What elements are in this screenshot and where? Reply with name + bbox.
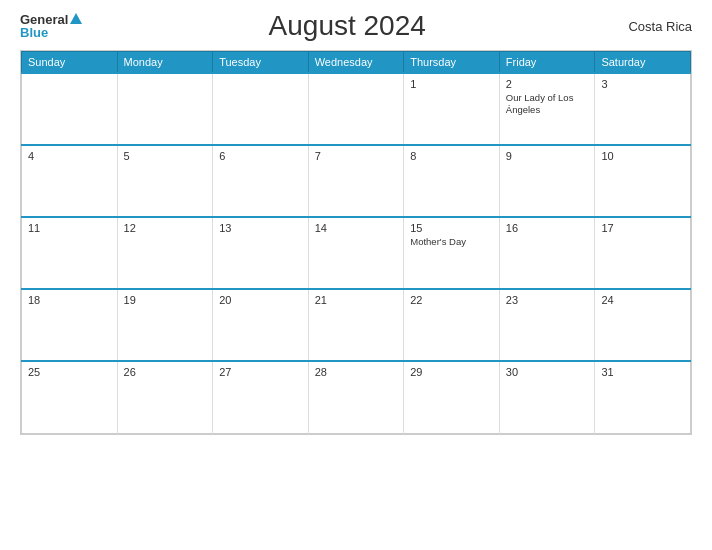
- day-number: 14: [315, 222, 398, 234]
- calendar-cell: 12: [117, 217, 213, 289]
- header: General Blue August 2024 Costa Rica: [20, 10, 692, 42]
- day-number: 23: [506, 294, 589, 306]
- calendar-cell: 17: [595, 217, 691, 289]
- day-number: 4: [28, 150, 111, 162]
- week-row-5: 25262728293031: [22, 361, 691, 433]
- calendar-cell: 28: [308, 361, 404, 433]
- day-number: 2: [506, 78, 589, 90]
- country-label: Costa Rica: [612, 19, 692, 34]
- calendar-cell: 20: [213, 289, 309, 361]
- calendar-cell: 19: [117, 289, 213, 361]
- day-number: 12: [124, 222, 207, 234]
- day-number: 17: [601, 222, 684, 234]
- day-number: 31: [601, 366, 684, 378]
- calendar-cell: 29: [404, 361, 500, 433]
- calendar-cell: [117, 73, 213, 145]
- week-row-4: 18192021222324: [22, 289, 691, 361]
- calendar-cell: 8: [404, 145, 500, 217]
- calendar-wrapper: Sunday Monday Tuesday Wednesday Thursday…: [20, 50, 692, 435]
- day-number: 8: [410, 150, 493, 162]
- calendar-cell: 1: [404, 73, 500, 145]
- calendar-cell: 14: [308, 217, 404, 289]
- col-friday: Friday: [499, 52, 595, 74]
- calendar-cell: 6: [213, 145, 309, 217]
- col-thursday: Thursday: [404, 52, 500, 74]
- col-monday: Monday: [117, 52, 213, 74]
- day-number: 1: [410, 78, 493, 90]
- calendar-cell: 2Our Lady of Los Ángeles: [499, 73, 595, 145]
- calendar-cell: 4: [22, 145, 118, 217]
- day-number: 29: [410, 366, 493, 378]
- calendar-cell: 26: [117, 361, 213, 433]
- logo-triangle-icon: [70, 13, 82, 24]
- day-number: 6: [219, 150, 302, 162]
- calendar-body: 12Our Lady of Los Ángeles345678910111213…: [22, 73, 691, 433]
- calendar-cell: 9: [499, 145, 595, 217]
- day-number: 26: [124, 366, 207, 378]
- calendar-cell: 16: [499, 217, 595, 289]
- day-number: 27: [219, 366, 302, 378]
- day-number: 28: [315, 366, 398, 378]
- event-label: Mother's Day: [410, 236, 493, 248]
- day-number: 30: [506, 366, 589, 378]
- day-number: 3: [601, 78, 684, 90]
- day-number: 16: [506, 222, 589, 234]
- day-number: 11: [28, 222, 111, 234]
- day-number: 24: [601, 294, 684, 306]
- calendar-cell: [308, 73, 404, 145]
- page: General Blue August 2024 Costa Rica Sund…: [0, 0, 712, 550]
- calendar-cell: 21: [308, 289, 404, 361]
- day-number: 18: [28, 294, 111, 306]
- day-number: 25: [28, 366, 111, 378]
- day-number: 22: [410, 294, 493, 306]
- day-number: 13: [219, 222, 302, 234]
- calendar-cell: 25: [22, 361, 118, 433]
- day-number: 9: [506, 150, 589, 162]
- calendar-cell: 18: [22, 289, 118, 361]
- calendar-cell: 7: [308, 145, 404, 217]
- calendar-cell: 10: [595, 145, 691, 217]
- calendar-cell: 5: [117, 145, 213, 217]
- calendar-cell: 13: [213, 217, 309, 289]
- week-row-2: 45678910: [22, 145, 691, 217]
- calendar-cell: [22, 73, 118, 145]
- calendar-cell: 24: [595, 289, 691, 361]
- week-row-1: 12Our Lady of Los Ángeles3: [22, 73, 691, 145]
- calendar-cell: 23: [499, 289, 595, 361]
- calendar-cell: [213, 73, 309, 145]
- day-number: 19: [124, 294, 207, 306]
- day-number: 15: [410, 222, 493, 234]
- calendar-cell: 15Mother's Day: [404, 217, 500, 289]
- logo: General Blue: [20, 13, 82, 39]
- day-number: 20: [219, 294, 302, 306]
- days-row: Sunday Monday Tuesday Wednesday Thursday…: [22, 52, 691, 74]
- col-tuesday: Tuesday: [213, 52, 309, 74]
- col-saturday: Saturday: [595, 52, 691, 74]
- day-number: 21: [315, 294, 398, 306]
- day-number: 5: [124, 150, 207, 162]
- calendar-title: August 2024: [82, 10, 612, 42]
- calendar-cell: 30: [499, 361, 595, 433]
- col-sunday: Sunday: [22, 52, 118, 74]
- logo-blue-text: Blue: [20, 26, 82, 39]
- calendar-header: Sunday Monday Tuesday Wednesday Thursday…: [22, 52, 691, 74]
- day-number: 7: [315, 150, 398, 162]
- week-row-3: 1112131415Mother's Day1617: [22, 217, 691, 289]
- calendar-cell: 31: [595, 361, 691, 433]
- day-number: 10: [601, 150, 684, 162]
- calendar-cell: 11: [22, 217, 118, 289]
- calendar-cell: 3: [595, 73, 691, 145]
- event-label: Our Lady of Los Ángeles: [506, 92, 589, 117]
- calendar-cell: 22: [404, 289, 500, 361]
- calendar-cell: 27: [213, 361, 309, 433]
- col-wednesday: Wednesday: [308, 52, 404, 74]
- calendar-table: Sunday Monday Tuesday Wednesday Thursday…: [21, 51, 691, 434]
